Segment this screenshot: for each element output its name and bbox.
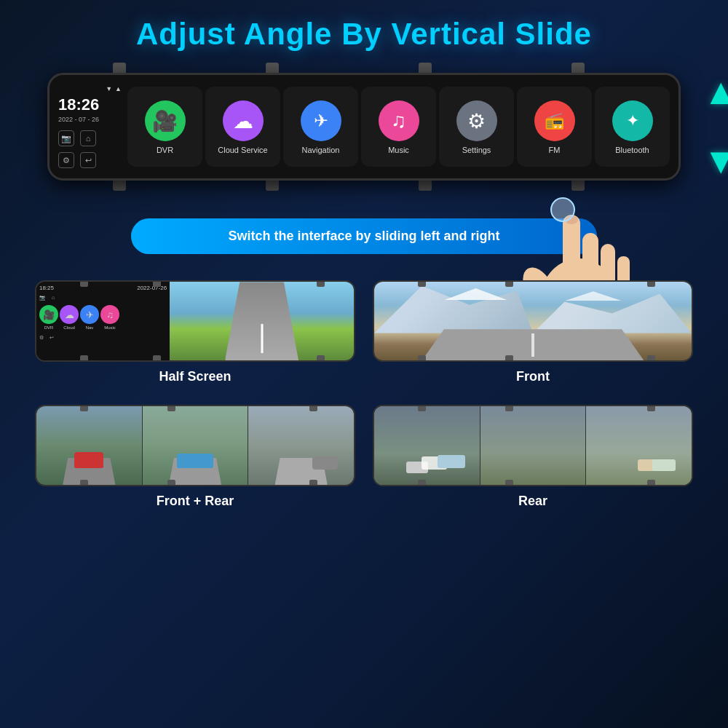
s-clip-fr3b bbox=[309, 480, 317, 486]
half-date: 2022-07-26 bbox=[137, 285, 167, 291]
wifi-icon: ▼ bbox=[106, 85, 112, 92]
half-cam-icon: 📷 bbox=[39, 295, 46, 301]
home-icon: ⌂ bbox=[80, 130, 96, 146]
front-road-line bbox=[531, 333, 534, 357]
s-clip-h2 bbox=[153, 280, 161, 287]
fm-icon-circle: 📻 bbox=[534, 100, 575, 141]
s-clip-f3 bbox=[647, 280, 655, 287]
s-clip-h1 bbox=[80, 280, 88, 287]
half-time: 18:25 2022-07-26 bbox=[39, 285, 167, 291]
s-clip-fr1b bbox=[80, 480, 88, 486]
s-clip-r3b bbox=[647, 480, 655, 486]
rear-screen-label: Rear bbox=[518, 494, 547, 509]
s-clip-f2b bbox=[505, 355, 513, 362]
settings-label: Settings bbox=[462, 146, 491, 154]
s-clip-h3b bbox=[317, 355, 325, 362]
half-gear-icon: ⚙ bbox=[39, 335, 44, 341]
mountain-left bbox=[374, 286, 533, 333]
nav-icon-circle: ✈ bbox=[301, 100, 341, 141]
music-icon-circle: ♫ bbox=[379, 100, 419, 141]
half-app-music: ♫ Music bbox=[100, 305, 119, 330]
rear-seg-2 bbox=[480, 406, 587, 485]
s-clip-r1 bbox=[418, 405, 426, 411]
s-clip-f1 bbox=[418, 280, 426, 287]
frontRear-screen-label: Front + Rear bbox=[157, 494, 234, 509]
s-clip-fr2b bbox=[167, 480, 175, 486]
screens-row-2: Front + Rear bbox=[20, 405, 708, 509]
svg-point-7 bbox=[551, 198, 574, 221]
half-bottom-icons: ⚙ ↩ bbox=[39, 335, 167, 341]
clock-display: 18:26 bbox=[58, 97, 122, 113]
half-app-nav: ✈ Nav bbox=[80, 305, 99, 330]
arrow-up-icon: ▲ bbox=[703, 76, 729, 108]
camera-icon: 📷 bbox=[58, 130, 74, 146]
frontRear-screen-device bbox=[35, 405, 355, 486]
slide-text: Switch the interface by sliding left and… bbox=[228, 229, 499, 243]
arrow-down-icon: ▼ bbox=[703, 145, 729, 178]
fr-mid-seg bbox=[143, 406, 249, 485]
car-blue bbox=[177, 454, 213, 468]
s-clip-r1b bbox=[418, 480, 426, 486]
bt-icon-circle: ✦ bbox=[612, 100, 653, 141]
screen-card-frontRear: Front + Rear bbox=[35, 405, 355, 509]
svg-rect-2 bbox=[563, 215, 580, 284]
signal-icons: ▼ ▲ bbox=[58, 85, 122, 92]
fr-right-seg bbox=[248, 406, 354, 485]
s-clip-fr3 bbox=[309, 405, 317, 411]
dvr-icon-circle: 🎥 bbox=[145, 100, 186, 141]
half-music-icon: ♫ bbox=[100, 305, 119, 324]
half-apps-row: 🎥 DVR ☁ Cloud ✈ Nav ♫ M bbox=[39, 305, 167, 330]
s-clip-fr1 bbox=[80, 405, 88, 411]
page-title: Adjust Angle By Vertical Slide bbox=[0, 0, 728, 52]
screen-card-half: 18:25 2022-07-26 📷 ⌂ 🎥 DVR ☁ bbox=[35, 280, 355, 384]
snow-cap-left bbox=[444, 288, 507, 300]
car-gray bbox=[312, 456, 338, 470]
frontRear-screen-content bbox=[36, 406, 354, 485]
music-label: Music bbox=[388, 146, 409, 154]
s-clip-r3 bbox=[647, 405, 655, 411]
nav-label: Navigation bbox=[302, 146, 340, 154]
road-line bbox=[261, 324, 263, 353]
s-clip-h2b bbox=[153, 355, 161, 362]
settings-icon-circle: ⚙ bbox=[456, 100, 497, 141]
app-tile-settings[interactable]: ⚙ Settings bbox=[439, 87, 514, 167]
screen-card-front: Front bbox=[373, 280, 693, 384]
cloud-icon-circle: ☁ bbox=[223, 100, 264, 141]
signal-icon: ▲ bbox=[115, 85, 122, 92]
settings-icon: ⚙ bbox=[58, 152, 74, 168]
half-app-dvr: 🎥 DVR bbox=[39, 305, 58, 330]
rear-screen-device bbox=[373, 405, 693, 486]
s-clip-fr2 bbox=[167, 405, 175, 411]
quick-icons-row1: 📷 ⌂ bbox=[58, 130, 122, 146]
half-dvr-icon: 🎥 bbox=[39, 305, 58, 324]
s-clip-r2 bbox=[505, 405, 513, 411]
s-clip-f1b bbox=[418, 355, 426, 362]
screens-row: 18:25 2022-07-26 📷 ⌂ 🎥 DVR ☁ bbox=[20, 280, 708, 384]
half-cloud-icon: ☁ bbox=[60, 305, 79, 324]
rear-seg-1 bbox=[374, 406, 480, 485]
half-app-cloud: ☁ Cloud bbox=[60, 305, 79, 330]
half-home-icon: ⌂ bbox=[52, 295, 55, 301]
date-display: 2022 - 07 - 26 bbox=[58, 116, 122, 123]
s-clip-r2b bbox=[505, 480, 513, 486]
s-clip-f3b bbox=[647, 355, 655, 362]
screen-card-rear: Rear bbox=[373, 405, 693, 509]
cloud-label: Cloud Service bbox=[218, 146, 267, 154]
dvr-label: DVR bbox=[157, 146, 173, 154]
quick-icons-row2: ⚙ ↩ bbox=[58, 152, 122, 168]
app-tile-nav[interactable]: ✈ Navigation bbox=[283, 87, 358, 167]
back-icon: ↩ bbox=[80, 152, 96, 168]
half-left-panel: 18:25 2022-07-26 📷 ⌂ 🎥 DVR ☁ bbox=[36, 282, 170, 360]
rear-screen-content bbox=[374, 406, 692, 485]
half-quick-icons: 📷 ⌂ bbox=[39, 295, 167, 301]
rear-seg-3 bbox=[586, 406, 692, 485]
app-tile-cloud[interactable]: ☁ Cloud Service bbox=[205, 87, 280, 167]
snow-cap-right bbox=[565, 291, 622, 301]
s-clip-f2 bbox=[505, 280, 513, 287]
half-right-road bbox=[170, 282, 354, 360]
main-device-wrapper: ▼ ▲ 18:26 2022 - 07 - 26 📷 ⌂ ⚙ ↩ 🎥 DVR ☁… bbox=[47, 73, 681, 181]
app-tile-dvr[interactable]: 🎥 DVR bbox=[127, 87, 202, 167]
app-tile-music[interactable]: ♫ Music bbox=[361, 87, 436, 167]
half-screen-content: 18:25 2022-07-26 📷 ⌂ 🎥 DVR ☁ bbox=[36, 282, 354, 360]
front-screen-content bbox=[374, 282, 692, 360]
